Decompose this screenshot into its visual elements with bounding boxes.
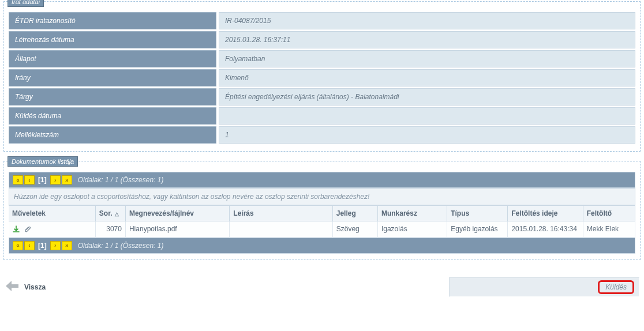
send-panel: Küldés bbox=[449, 277, 639, 297]
detail-label: Tárgy bbox=[9, 88, 216, 106]
detail-row: Irány Kimenő bbox=[9, 69, 635, 86]
back-arrow-icon bbox=[5, 280, 21, 294]
detail-label: Küldés dátuma bbox=[9, 107, 216, 125]
col-feltolto[interactable]: Feltöltő bbox=[583, 206, 635, 221]
pager-bottom: « ‹ [1] › » Oldalak: 1 / 1 (Összesen: 1) bbox=[9, 238, 635, 254]
col-muveletek[interactable]: Műveletek bbox=[9, 206, 95, 221]
pager-last-button[interactable]: » bbox=[62, 175, 72, 185]
download-icon[interactable] bbox=[12, 225, 20, 234]
detail-value: IR-04087/2015 bbox=[219, 12, 635, 29]
pager-last-button[interactable]: » bbox=[62, 241, 72, 250]
send-button[interactable]: Küldés bbox=[598, 280, 634, 294]
detail-label: Állapot bbox=[9, 50, 216, 67]
detail-row: Állapot Folyamatban bbox=[9, 50, 635, 67]
detail-row: Küldés dátuma bbox=[9, 107, 635, 125]
cell-user: Mekk Elek bbox=[583, 221, 635, 238]
table-header-row: Műveletek Sor.△ Megnevezés/fájlnév Leírá… bbox=[9, 206, 635, 221]
col-megnevezes[interactable]: Megnevezés/fájlnév bbox=[125, 206, 229, 221]
detail-label: Mellékletszám bbox=[9, 126, 216, 144]
col-sor[interactable]: Sor.△ bbox=[95, 206, 125, 221]
detail-label: Irány bbox=[9, 69, 216, 86]
detail-value: Építési engedélyezési eljárás (általános… bbox=[219, 88, 635, 106]
cell-name: Hianypotlas.pdf bbox=[125, 221, 229, 238]
cell-munka: Igazolás bbox=[377, 221, 447, 238]
back-button[interactable]: Vissza bbox=[5, 280, 46, 294]
panel-irat-adatai: Irat adatai ÉTDR iratazonosító IR-04087/… bbox=[3, 1, 641, 152]
cell-actions bbox=[9, 221, 95, 238]
detail-row: Mellékletszám 1 bbox=[9, 126, 635, 144]
detail-value bbox=[219, 107, 635, 125]
detail-value: 2015.01.28. 16:37:11 bbox=[219, 31, 635, 48]
panel-dokumentumok: Dokumentumok listája « ‹ [1] › » Oldalak… bbox=[3, 161, 641, 260]
cell-time: 2015.01.28. 16:43:34 bbox=[508, 221, 583, 238]
pager-next-button[interactable]: › bbox=[50, 175, 61, 185]
group-hint[interactable]: Húzzon ide egy oszlopot a csoportosításh… bbox=[9, 188, 635, 205]
pager-prev-button[interactable]: ‹ bbox=[24, 175, 35, 185]
pager-prev-button[interactable]: ‹ bbox=[24, 241, 35, 250]
footer: Vissza Küldés bbox=[0, 269, 644, 300]
col-jelleg[interactable]: Jelleg bbox=[332, 206, 377, 221]
documents-table: Műveletek Sor.△ Megnevezés/fájlnév Leírá… bbox=[9, 205, 635, 238]
cell-sor: 3070 bbox=[95, 221, 125, 238]
pager-info: Oldalak: 1 / 1 (Összesen: 1) bbox=[78, 176, 164, 184]
pager-current-page: [1] bbox=[38, 176, 47, 184]
pager-first-button[interactable]: « bbox=[13, 175, 23, 185]
paperclip-icon[interactable] bbox=[24, 225, 32, 234]
col-leiras[interactable]: Leírás bbox=[230, 206, 332, 221]
table-row: 3070 Hianypotlas.pdf Szöveg Igazolás Egy… bbox=[9, 221, 635, 238]
detail-value: 1 bbox=[219, 126, 635, 144]
cell-desc bbox=[230, 221, 332, 238]
col-munkaresz[interactable]: Munkarész bbox=[377, 206, 447, 221]
detail-label: Létrehozás dátuma bbox=[9, 31, 216, 48]
cell-tipus: Egyéb igazolás bbox=[447, 221, 508, 238]
panel-irat-adatai-legend: Irat adatai bbox=[8, 0, 44, 7]
detail-value: Folyamatban bbox=[219, 50, 635, 67]
detail-row: Tárgy Építési engedélyezési eljárás (ált… bbox=[9, 88, 635, 106]
col-tipus[interactable]: Típus bbox=[447, 206, 508, 221]
pager-first-button[interactable]: « bbox=[13, 241, 23, 250]
pager-info: Oldalak: 1 / 1 (Összesen: 1) bbox=[78, 242, 164, 250]
cell-jelleg: Szöveg bbox=[332, 221, 377, 238]
detail-value: Kimenő bbox=[219, 69, 635, 86]
detail-row: Létrehozás dátuma 2015.01.28. 16:37:11 bbox=[9, 31, 635, 48]
detail-row: ÉTDR iratazonosító IR-04087/2015 bbox=[9, 12, 635, 29]
col-sor-label: Sor. bbox=[99, 209, 113, 217]
pager-current-page: [1] bbox=[38, 242, 47, 250]
pager-next-button[interactable]: › bbox=[50, 241, 61, 250]
sort-asc-icon: △ bbox=[115, 211, 119, 217]
back-label: Vissza bbox=[24, 283, 46, 291]
panel-dokumentumok-legend: Dokumentumok listája bbox=[8, 156, 78, 167]
pager-top: « ‹ [1] › » Oldalak: 1 / 1 (Összesen: 1) bbox=[9, 172, 635, 188]
detail-label: ÉTDR iratazonosító bbox=[9, 12, 216, 29]
col-feltoltes-ideje[interactable]: Feltöltés ideje bbox=[508, 206, 583, 221]
